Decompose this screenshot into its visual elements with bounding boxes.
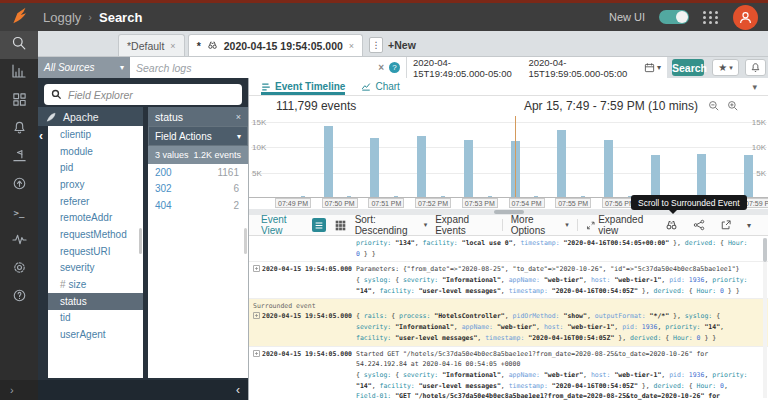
field-item-requestURI[interactable]: requestURI (48, 243, 143, 260)
grid-view-button[interactable] (334, 218, 347, 232)
expand-event-icon[interactable] (253, 311, 262, 321)
expand-event-icon[interactable] (253, 349, 262, 359)
new-tab-button[interactable]: +New (388, 39, 416, 51)
close-icon[interactable]: × (170, 41, 175, 51)
event-toolbar: Event View Sort: Descending ▾ Expand Eve… (249, 215, 768, 236)
field-actions-dropdown[interactable]: Field Actions ▾ (148, 126, 248, 146)
date-from-input[interactable]: 2020-04-15T19:49:05.000-05:00 (413, 57, 514, 79)
tab-default[interactable]: *Default × (118, 34, 185, 56)
field-item-tid[interactable]: tid (48, 310, 143, 327)
source-selector[interactable]: All Sources ▾ (38, 57, 130, 78)
rail-item-source-setup[interactable] (0, 171, 38, 199)
rail-item-charts[interactable] (0, 59, 38, 87)
x-axis-label: 07:50 PM (322, 198, 358, 208)
breadcrumb-app[interactable]: Loggly (43, 10, 81, 25)
time-range-label: Apr 15, 7:49 - 7:59 PM (10 mins) (524, 99, 698, 113)
clear-search-icon[interactable]: × (378, 62, 384, 73)
chevron-down-icon[interactable]: ▾ (747, 221, 751, 230)
rail-item-alerts[interactable] (0, 115, 38, 143)
status-value-row[interactable]: 2001161 (148, 164, 248, 181)
search-input[interactable]: Search logs × ? (130, 57, 407, 78)
event-list-scrollbar-thumb[interactable] (763, 238, 767, 262)
close-icon[interactable]: × (236, 112, 241, 122)
export-icon[interactable] (720, 219, 732, 231)
event-row[interactable]: 2020-04-15 19:54:05.000Parameters: {"fro… (249, 262, 768, 299)
alert-button[interactable] (745, 59, 766, 76)
collapse-chart-icon[interactable]: ▾ (752, 82, 757, 92)
zoom-out-icon[interactable] (708, 100, 720, 112)
new-ui-toggle[interactable] (659, 10, 689, 24)
app-grid-icon[interactable] (703, 11, 719, 24)
rail-item-anomalies[interactable] (0, 143, 38, 171)
status-value-row[interactable]: 3026 (148, 181, 248, 198)
field-item-size[interactable]: #size (48, 276, 143, 293)
field-item-module[interactable]: module (48, 143, 143, 160)
field-item-status[interactable]: status (48, 293, 143, 310)
field-explorer-placeholder: Field Explorer (68, 89, 133, 101)
rail-item-settings[interactable] (0, 255, 38, 283)
tab-menu-button[interactable]: ⋮ (369, 37, 383, 53)
event-list-scrollbar[interactable] (763, 238, 767, 398)
chevron-down-icon: ▾ (120, 63, 124, 72)
tab-event-timeline[interactable]: Event Timeline (261, 78, 345, 95)
field-item-requestMethod[interactable]: requestMethod (48, 226, 143, 243)
tab-chart[interactable]: Chart (361, 78, 399, 95)
rail-item-live-tail[interactable] (0, 227, 38, 255)
saved-searches-button[interactable]: ★ ▾ (712, 59, 739, 76)
status-scrollbar[interactable] (244, 228, 247, 254)
expanded-view-button[interactable]: Expanded view (586, 214, 657, 236)
help-icon (12, 288, 27, 307)
tree-collapse-handle[interactable]: ‹ (39, 129, 43, 143)
expand-event-icon[interactable] (253, 264, 262, 274)
rail-expand-handle[interactable]: › (0, 380, 38, 400)
chevron-right-icon: › (10, 384, 14, 396)
event-row[interactable]: priority: "134", facility: "local use 0"… (249, 236, 768, 262)
zoom-in-icon[interactable] (727, 100, 739, 112)
list-view-button[interactable] (312, 218, 325, 232)
field-item-referer[interactable]: referer (48, 193, 143, 210)
event-line: priority: "134", facility: "local use 0"… (356, 238, 768, 249)
calendar-picker[interactable]: ▾ (644, 62, 661, 73)
field-item-severity[interactable]: severity (48, 260, 143, 277)
rail-item-search[interactable] (0, 31, 38, 59)
chart-minor-bar (347, 196, 351, 198)
sort-label: Sort: Descending (355, 214, 421, 236)
collapse-sidebar-handle[interactable]: ‹ (236, 383, 240, 397)
derived-fields-icon[interactable] (693, 219, 705, 231)
status-value-row[interactable]: 4042 (148, 197, 248, 214)
field-item-proxy[interactable]: proxy (48, 176, 143, 193)
field-item-clientip[interactable]: clientip (48, 126, 143, 143)
expand-events-button[interactable]: Expand Events (435, 214, 494, 236)
field-item-userAgent[interactable]: userAgent (48, 326, 143, 343)
rail-item-help[interactable] (0, 283, 38, 311)
rail-item-api[interactable]: >_ (0, 199, 38, 227)
sidebar-footer: ‹ (38, 380, 248, 400)
tree-scrollbar[interactable] (139, 228, 142, 254)
avatar[interactable] (733, 5, 758, 30)
x-axis-label: 07:55 PM (555, 198, 591, 208)
rail-item-dashboards[interactable] (0, 87, 38, 115)
field-item-pid[interactable]: pid (48, 159, 143, 176)
more-options-dropdown[interactable]: More Options ▾ (511, 214, 569, 236)
x-axis-label: 07:51 PM (368, 198, 404, 208)
chart-stats-row: 111,799 events Apr 15, 7:49 - 7:59 PM (1… (249, 96, 768, 116)
event-row[interactable]: 2020-04-15 19:54:05.000Started GET "/hot… (249, 347, 768, 400)
search-button[interactable]: Search (672, 59, 704, 76)
field-explorer-search[interactable]: Field Explorer (44, 84, 242, 105)
more-options-label: More Options (511, 214, 563, 236)
tab-surround-search[interactable]: * 2020-04-15 19:54:05.000 × (188, 34, 363, 56)
date-to-input[interactable]: 2020-04-15T19:59:05.000-05:00 (528, 57, 629, 79)
field-item-remoteAddr[interactable]: remoteAddr (48, 209, 143, 226)
event-row[interactable]: Surrounded event2020-04-15 19:54:05.000{… (249, 299, 768, 346)
status-panel: Field Actions ▾ 3 values 1.2K events 200… (148, 126, 248, 378)
values-count: 3 values (155, 150, 189, 160)
top-header: Loggly › Search New UI (0, 3, 768, 31)
chart-bar (417, 136, 426, 197)
surround-binoculars-icon[interactable] (665, 219, 678, 231)
field-group-apache[interactable]: Apache (38, 107, 143, 126)
sort-dropdown[interactable]: Sort: Descending ▾ (355, 214, 428, 236)
search-help-icon[interactable]: ? (389, 62, 400, 73)
close-icon[interactable]: × (349, 41, 354, 51)
list-view-icon (314, 221, 324, 230)
chart-minor-bar (488, 196, 492, 198)
